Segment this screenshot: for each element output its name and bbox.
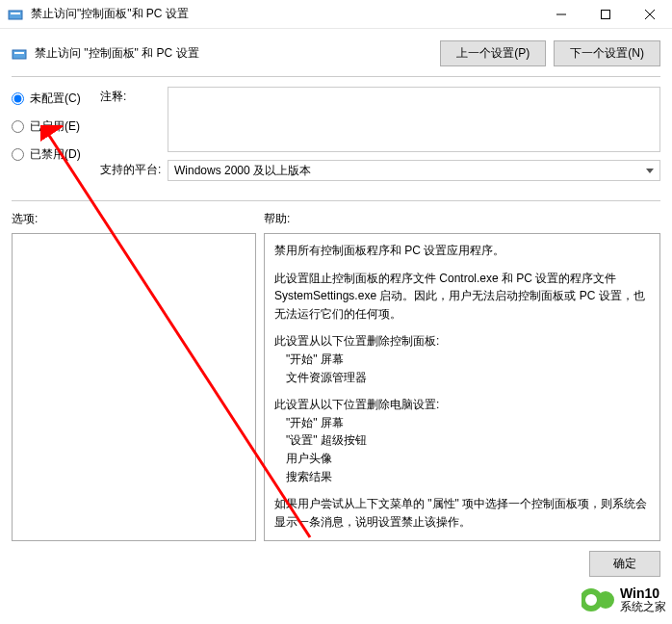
svg-rect-3	[602, 10, 610, 18]
help-text: 此设置从以下位置删除电脑设置: "开始" 屏幕 "设置" 超级按钮 用户头像 搜…	[274, 396, 650, 485]
separator	[12, 200, 660, 201]
help-label: 帮助:	[264, 211, 290, 227]
close-button[interactable]	[628, 0, 672, 28]
policy-icon	[8, 7, 23, 22]
comment-input[interactable]	[168, 87, 660, 152]
help-panel: 禁用所有控制面板程序和 PC 设置应用程序。 此设置阻止控制面板的程序文件 Co…	[264, 233, 660, 541]
radio-not-configured-label: 未配置(C)	[30, 91, 81, 107]
titlebar: 禁止访问"控制面板"和 PC 设置	[0, 0, 672, 29]
radio-enabled-label: 已启用(E)	[30, 118, 80, 135]
svg-point-10	[597, 591, 614, 609]
supported-on-value: Windows 2000 及以上版本	[174, 164, 311, 177]
watermark-line1: Win10	[620, 586, 666, 601]
help-text: 禁用所有控制面板程序和 PC 设置应用程序。	[274, 242, 650, 260]
options-panel	[12, 233, 256, 541]
svg-rect-0	[9, 11, 22, 19]
header-row: 禁止访问 "控制面板" 和 PC 设置 上一个设置(P) 下一个设置(N)	[0, 29, 672, 66]
options-label: 选项:	[12, 211, 264, 227]
ok-button[interactable]: 确定	[589, 551, 660, 577]
watermark: Win10 系统之家	[576, 580, 672, 620]
policy-icon	[12, 46, 27, 62]
next-setting-button[interactable]: 下一个设置(N)	[554, 40, 660, 66]
window-title: 禁止访问"控制面板"和 PC 设置	[31, 6, 539, 22]
svg-rect-1	[11, 13, 20, 14]
help-text: 如果用户尝试从上下文菜单的 "属性" 项中选择一个控制面板项，则系统会显示一条消…	[274, 495, 650, 531]
svg-rect-6	[13, 50, 26, 59]
comment-label: 注释:	[100, 87, 168, 152]
help-text: 此设置阻止控制面板的程序文件 Control.exe 和 PC 设置的程序文件 …	[274, 270, 650, 324]
supported-on-select[interactable]: Windows 2000 及以上版本	[168, 160, 660, 181]
help-text: 此设置从以下位置删除控制面板: "开始" 屏幕 文件资源管理器	[274, 332, 650, 386]
svg-rect-7	[14, 52, 24, 54]
previous-setting-button[interactable]: 上一个设置(P)	[440, 40, 546, 66]
policy-name: 禁止访问 "控制面板" 和 PC 设置	[35, 45, 432, 62]
radio-not-configured[interactable]	[12, 92, 24, 105]
watermark-icon	[582, 584, 614, 616]
radio-disabled[interactable]	[12, 148, 24, 161]
minimize-button[interactable]	[539, 0, 583, 28]
radio-disabled-label: 已禁用(D)	[30, 146, 81, 163]
watermark-line2: 系统之家	[620, 601, 666, 613]
radio-enabled[interactable]	[12, 120, 24, 133]
maximize-button[interactable]	[583, 0, 628, 28]
supported-label: 支持的平台:	[100, 160, 168, 181]
